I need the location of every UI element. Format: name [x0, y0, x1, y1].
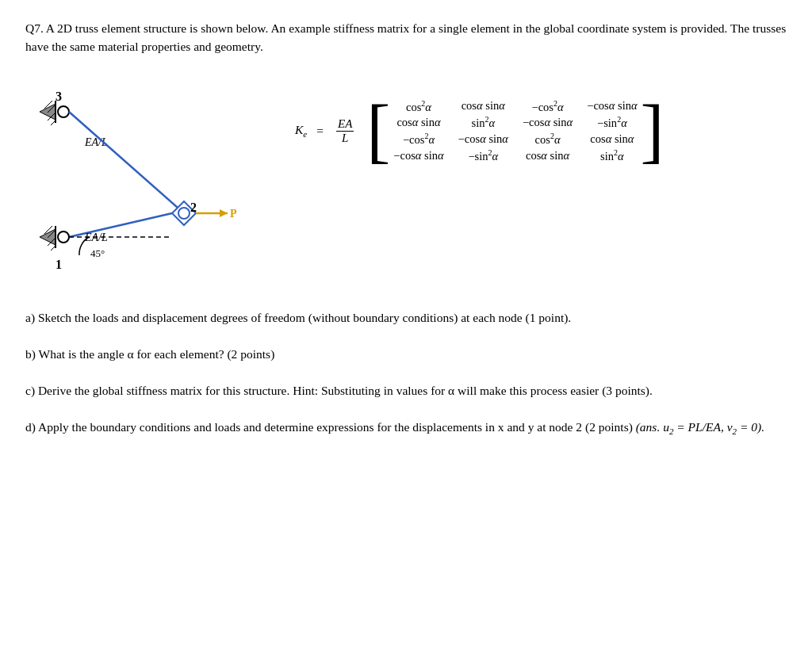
svg-marker-20	[40, 229, 56, 245]
svg-point-6	[58, 106, 69, 117]
bracket-right-icon: ]	[641, 94, 665, 168]
parts-section: a) Sketch the loads and displacement deg…	[25, 308, 787, 438]
svg-point-26	[58, 231, 69, 243]
matrix-content: cos2α cosα sinα −cos2α −cosα sinα cosα s…	[390, 94, 640, 168]
question-intro: Q7. A 2D truss element structure is show…	[25, 19, 787, 56]
cell-2-2: sin2α	[458, 115, 508, 130]
matrix-label: Ke	[295, 123, 307, 139]
svg-marker-14	[220, 209, 228, 217]
stiffness-matrix-area: Ke = EA L [ cos2α cosα sinα −cos2α −cosα…	[295, 94, 665, 168]
cell-1-3: −cos2α	[523, 99, 573, 114]
cell-2-4: −sin2α	[587, 115, 637, 130]
svg-point-11	[178, 208, 190, 219]
part-d-answer: (ans. u2 = PL/EA, v2 = 0).	[636, 420, 764, 434]
cell-3-4: cosα sinα	[587, 132, 637, 146]
cell-2-3: −cosα sinα	[523, 116, 573, 129]
part-b: b) What is the angle α for each element?…	[25, 345, 787, 364]
svg-text:1: 1	[56, 258, 62, 271]
cell-4-2: −sin2α	[458, 148, 508, 163]
cell-2-1: cosα sinα	[393, 116, 443, 129]
truss-diagram: 3 EA/L 2 P EA/L 45° 1	[25, 71, 279, 293]
part-c: c) Derive the global stiffness matrix fo…	[25, 381, 787, 400]
bracket-left-icon: [	[366, 94, 390, 168]
cell-4-3: cosα sinα	[523, 149, 573, 163]
svg-text:P: P	[230, 208, 237, 220]
cell-4-4: sin2α	[587, 148, 637, 163]
diagram-area: 3 EA/L 2 P EA/L 45° 1	[25, 71, 787, 293]
cell-3-1: −cos2α	[393, 132, 443, 147]
part-a: a) Sketch the loads and displacement deg…	[25, 308, 787, 327]
matrix-brackets: [ cos2α cosα sinα −cos2α −cosα sinα cosα…	[366, 94, 664, 168]
cell-1-4: −cosα sinα	[587, 99, 637, 113]
svg-text:3: 3	[56, 90, 62, 103]
cell-4-1: −cosα sinα	[393, 149, 443, 163]
cell-3-3: cos2α	[523, 132, 573, 147]
matrix-fraction: EA L	[336, 117, 354, 145]
svg-marker-0	[40, 104, 56, 120]
matrix-equals: =	[316, 124, 324, 138]
part-d: d) Apply the boundary conditions and loa…	[25, 418, 787, 438]
svg-text:2: 2	[190, 201, 197, 214]
svg-line-9	[69, 112, 184, 213]
cell-1-2: cosα sinα	[458, 99, 508, 113]
svg-text:45°: 45°	[90, 247, 105, 259]
cell-1-1: cos2α	[393, 99, 443, 114]
cell-3-2: −cosα sinα	[458, 132, 508, 146]
